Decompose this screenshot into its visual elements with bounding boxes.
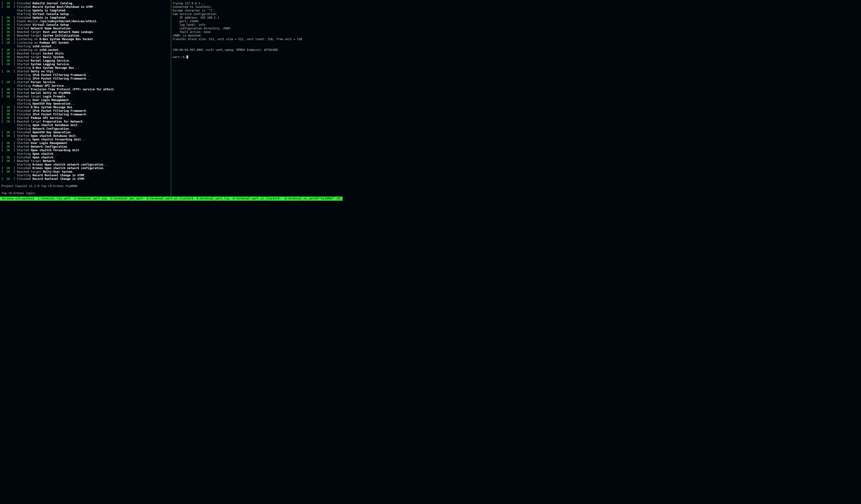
log-verb: Starting [17,102,31,105]
log-verb: Started [17,70,29,73]
boot-log-line: [ OK ] Started Precision Time Protocol (… [1,88,169,91]
uart-output-line [173,41,341,45]
status-ok: OK [7,2,10,5]
status-ok: OK [7,81,10,84]
log-verb: Started [17,88,29,91]
boot-log-line: [ OK ] Started Kernel Logging Service. [1,59,169,62]
log-subject: Login Prompts [43,95,65,98]
boot-log-line: [ OK ] Started Getty on tty1. [1,70,169,73]
boot-log-line: Starting User Login Management... [1,98,169,102]
log-subject: Open vSwitch [32,156,53,159]
issue-banner: Project Cassini v1.1.0 fvp-rd-kronos tty… [1,184,169,188]
boot-log-line: [ OK ] Started Network Name Resolution. [1,27,169,30]
boot-log-line: [ OK ] Reached target System Initializat… [1,34,169,38]
status-ok: OK [7,95,10,98]
log-subject: IPv6 Packet Filtering Framework [32,73,86,77]
log-subject: Network Configuration [32,127,69,130]
boot-log-line: [ OK ] Finished Record Runlevel Change i… [1,177,169,181]
log-subject: Virtual Console Setup [32,12,69,16]
status-ok: OK [7,55,10,59]
boot-log-line: Starting Open vSwitch... [1,152,169,156]
log-subject: User Login Management [32,98,69,102]
log-subject: OpenSSH Key Generation [32,102,70,105]
cursor-icon [187,55,188,58]
status-left[interactable]: [kronos-1]0:python3 1:terminal_rss_uart … [1,197,319,201]
log-subject: OpenSSH Key Generation [32,131,70,134]
uart-output-line: log level: info [173,23,341,27]
boot-log-line: [ OK ] Started Parsec Service. [1,81,169,84]
login-prompt[interactable]: fvp-rd-kronos login: [1,192,169,195]
status-ok: OK [7,38,10,41]
log-verb: Reached target [17,55,41,59]
log-subject: System Initialization [43,34,79,37]
status-ok: OK [7,109,10,112]
log-subject: Podman API Service [31,116,62,120]
uart-output-line: /RAM: is mounted: [173,34,341,38]
boot-log-line: [ OK ] Finished Open vSwitch. [1,156,169,159]
status-ok: OK [7,70,10,73]
boot-log-line: [ OK ] Finished IPv4 Packet Filtering Fr… [1,113,169,116]
boot-log-line: Starting sshd.socket... [1,45,169,48]
log-verb: Started [17,116,29,120]
boot-log-line: Starting IPv4 Packet Filtering Framework… [1,77,169,81]
log-verb: Started [17,149,29,152]
tmux-status-bar[interactable]: [kronos-1]0:python3 1:terminal_rss_uart … [0,197,343,201]
status-right: "e128087" 10:20 13-Mar-24 [319,197,363,201]
boot-log-line: [ OK ] Listening on Podman API Socket. [1,41,169,45]
uart-output-line: IP address: 192.168.1.1 [173,16,341,19]
log-subject: Open vSwitch Forwarding Unit [31,149,79,152]
status-ok: OK [7,177,10,181]
log-verb: Reached target [17,159,41,163]
log-subject: Rebuild Journal Catalog [32,2,72,5]
status-ok: OK [7,159,10,163]
boot-log-line: [ OK ] Listening on D-Bus System Message… [1,38,169,41]
log-subject: Kronos Open vSwitch network configuratio… [32,163,103,166]
log-subject: D-Bus System Message Bus Socket [39,38,93,41]
log-verb: Starting [17,124,31,127]
boot-log-line: [ OK ] Finished Rebuild Journal Catalog. [1,2,169,5]
uart-output-line: configuration directory: /RAM: [173,27,341,30]
log-verb: Finished [17,109,31,112]
log-subject: /sys/subsystem/net/devices/ethsi1 [39,19,96,23]
log-subject: D-Bus System Message Bus [32,66,74,70]
log-verb: Finished [17,5,31,9]
boot-log-line: [ OK ] Reached target Multi-User System. [1,170,169,174]
boot-log-line: [ OK ] Started Open vSwitch Forwarding U… [1,149,169,152]
log-subject: Podman API Socket [39,41,69,44]
log-subject: Record Runlevel Change in UTMP [32,174,84,177]
log-subject: Kernel Logging Service [31,59,69,62]
log-verb: Finished [17,2,31,5]
uart-prompt-text: uart:~$ [173,55,187,59]
log-verb: Started [17,106,29,109]
log-subject: IPv6 Packet Filtering Framework [32,109,86,112]
uart-prompt[interactable]: uart:~$ [173,55,341,59]
log-subject: IPv4 Packet Filtering Framework [32,113,86,116]
boot-log-line: Starting IPv6 Packet Filtering Framework… [1,73,169,77]
log-verb: Starting [17,12,31,16]
log-subject: Getty on tty1 [31,70,53,73]
log-subject: Multi-User System [43,170,72,173]
log-verb: Finished [17,156,31,159]
status-ok: OK [7,145,10,148]
uart-shell-pane[interactable]: Trying 127.0.0.1...Connected to localhos… [171,0,343,197]
status-ok: OK [7,91,10,95]
boot-log-line: [ OK ] Finished IPv6 Packet Filtering Fr… [1,109,169,113]
status-ok: OK [7,106,10,109]
boot-log-line: Starting Record Runlevel Change in UTMP.… [1,174,169,177]
uart-output-line: Connected to localhost. [173,5,341,9]
log-verb: Starting [17,73,31,77]
status-ok: OK [7,30,10,34]
log-subject: Update is Completed [32,9,65,12]
log-subject: Open vSwitch Forwarding Unit [32,138,81,141]
log-subject: Network Name Resolution [31,27,70,30]
boot-log-line: [ OK ] Started System Logging Service. [1,62,169,66]
log-subject: Record System Boot/Shutdown in UTMP [32,5,93,9]
boot-log-line: Starting Open vSwitch Forwarding Unit... [1,138,169,141]
status-ok: OK [7,170,10,173]
boot-log-line: [ OK ] Listening on sshd.socket. [1,48,169,52]
boot-log-pane[interactable]: [ OK ] Finished Rebuild Journal Catalog.… [0,0,171,197]
log-subject: Podman API Service [32,84,64,87]
uart-output-line: fault action: none [173,30,341,34]
log-subject: IPv4 Packet Filtering Framework [32,77,86,80]
log-verb: Starting [17,127,31,130]
